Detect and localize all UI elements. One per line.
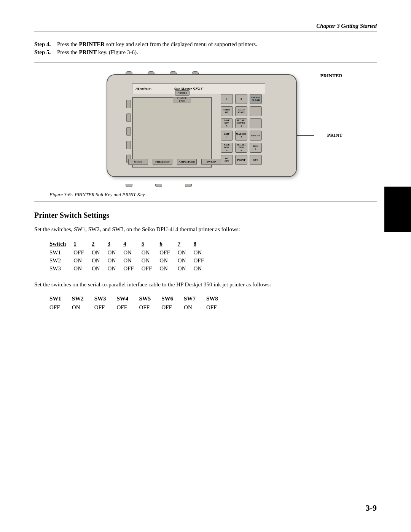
- step-5-label: Step 5.: [34, 49, 57, 56]
- key-print: PRINT: [235, 155, 247, 165]
- table-cell: OFF: [159, 249, 178, 257]
- annotation-print-label: PRINT: [327, 132, 342, 138]
- table-cell: ON: [92, 249, 108, 257]
- page-number: 3-9: [366, 503, 377, 513]
- table-cell: ON: [92, 265, 108, 273]
- sw-col-sw2: SW2: [72, 295, 94, 304]
- sw-col-sw5: SW5: [139, 295, 161, 304]
- key-escape-clear: ESCAPECLEAR: [250, 94, 262, 104]
- step-4-text: Press the PRINTER soft key and select fr…: [57, 41, 377, 48]
- table-cell: ON: [72, 304, 94, 312]
- step-5: Step 5. Press the PRINT key. (Figure 3-6…: [34, 49, 377, 56]
- sw-col-sw8: SW8: [206, 295, 229, 304]
- connector-1: [126, 184, 132, 187]
- key-save-disp-9: SAVEDISP.9: [221, 143, 233, 153]
- col-header-4: 4: [123, 240, 142, 249]
- key-auto-scale: AUTOSCALE: [235, 106, 247, 116]
- keypad-row-1: 1 2 ESCAPECLEAR: [221, 94, 297, 104]
- col-header-8: 8: [193, 240, 212, 249]
- table-cell: ON: [184, 304, 206, 312]
- page: Chapter 3 Getting Started Step 4. Press …: [0, 0, 411, 532]
- soft-key-1: [126, 100, 131, 108]
- table-cell: ON: [108, 265, 124, 273]
- change-date-key: CHANGEDATE: [173, 97, 191, 102]
- section-heading: Printer Switch Settings: [34, 211, 377, 220]
- table-cell: OFF: [123, 265, 142, 273]
- table-cell: ON: [159, 257, 178, 265]
- fn-key-sweep: SWEEP: [201, 159, 221, 165]
- col-header-3: 3: [108, 240, 124, 249]
- table-cell: ON: [92, 257, 108, 265]
- keypad-row-2: S HRTON AUTOSCALE: [221, 106, 297, 116]
- key-save-setup-5: SAVESET.5: [221, 118, 233, 128]
- figure-container: PRINTER PRINT /Anritsu□: [34, 62, 377, 202]
- keypad-row-5: SAVEDISP.9 RECALLDISP.0 RUN1: [221, 143, 297, 153]
- fn-key-mode: MODE: [128, 159, 148, 165]
- table-cell: OFF: [73, 249, 92, 257]
- table-cell: ON: [73, 265, 92, 273]
- device-body: /Anritsu□ Site Master S251C PRINTER CHAN…: [107, 74, 297, 177]
- page-header: Chapter 3 Getting Started: [34, 23, 377, 32]
- key-run-1: RUN1: [250, 143, 262, 153]
- keypad-row-3: SAVESET.5 RECALLSET-UP6: [221, 118, 297, 128]
- table-row: OFFONOFFOFFOFFOFFONOFF: [49, 304, 229, 312]
- key-empty-r2: [250, 106, 262, 116]
- sw-table-body: OFFONOFFOFFOFFOFFONOFF: [49, 304, 229, 312]
- table-cell: ON: [73, 257, 92, 265]
- table-cell: ON: [108, 249, 124, 257]
- keypad-area: 1 2 ESCAPECLEAR S HRTON AUTOSCALE SAV: [221, 94, 297, 167]
- anritsu-logo: /Anritsu□: [135, 86, 151, 91]
- switch-table-header-row: Switch 1 2 3 4 5 6 7 8: [49, 240, 212, 249]
- col-header-1: 1: [73, 240, 92, 249]
- fn-key-freq-dist: FREQ/DIST: [153, 159, 172, 165]
- connector-2: [155, 184, 162, 187]
- table-cell: SW3: [49, 265, 73, 273]
- soft-key-4: [126, 141, 131, 149]
- table-cell: OFF: [139, 304, 161, 312]
- table-cell: ON: [123, 257, 142, 265]
- connector-row: [126, 184, 192, 187]
- sw-table-hp: SW1 SW2 SW3 SW4 SW5 SW6 SW7 SW8 OFFONOFF…: [49, 295, 229, 312]
- table-cell: ON: [123, 249, 142, 257]
- key-recall-setup-6: RECALLSET-UP6: [235, 118, 247, 128]
- key-s-hrt: S HRTON: [221, 106, 233, 116]
- table-cell: ON: [193, 265, 212, 273]
- table-cell: OFF: [117, 304, 139, 312]
- col-header-6: 6: [159, 240, 178, 249]
- steps-section: Step 4. Press the PRINTER soft key and s…: [34, 41, 377, 56]
- device-screen: [132, 97, 212, 168]
- key-1: 1: [221, 94, 233, 104]
- table-cell: ON: [142, 257, 160, 265]
- table-cell: ON: [178, 257, 194, 265]
- figure-inner: PRINTER PRINT /Anritsu□: [34, 70, 377, 189]
- sw-col-sw6: SW6: [161, 295, 184, 304]
- table-cell: OFF: [94, 304, 117, 312]
- col-header-switch: Switch: [49, 240, 73, 249]
- col-header-2: 2: [92, 240, 108, 249]
- key-2: 2: [235, 94, 247, 104]
- table-cell: ON: [159, 265, 178, 273]
- sw-col-sw1: SW1: [49, 295, 72, 304]
- step-5-text: Press the PRINT key. (Figure 3-6).: [57, 49, 377, 56]
- sw-col-sw3: SW3: [94, 295, 117, 304]
- key-sys: SYS: [250, 155, 262, 165]
- col-header-7: 7: [178, 240, 194, 249]
- sw-table-header-row: SW1 SW2 SW3 SW4 SW5 SW6 SW7 SW8: [49, 295, 229, 304]
- table-cell: SW1: [49, 249, 73, 257]
- anritsu-header-bar: /Anritsu□ Site Master S251C: [132, 83, 265, 94]
- table-cell: OFF: [142, 265, 160, 273]
- table-row: SW2ONONONONONONONOFF: [49, 257, 212, 265]
- chapter-title: Chapter 3 Getting Started: [316, 23, 377, 29]
- soft-keys-left: [126, 100, 131, 163]
- soft-key-2: [126, 113, 131, 122]
- annotation-printer-label: PRINTER: [320, 73, 342, 79]
- table-row: SW1OFFONONONONOFFONON: [49, 249, 212, 257]
- table-cell: ON: [108, 257, 124, 265]
- key-lmt-7: LMT7: [221, 131, 233, 141]
- key-empty-r3: [250, 118, 262, 128]
- device-illustration: /Anritsu□ Site Master S251C PRINTER CHAN…: [95, 70, 316, 189]
- key-enter: ENTER: [250, 131, 262, 141]
- serial-text: Set the switches on the serial-to-parall…: [34, 280, 377, 289]
- keypad-row-4: LMT7 MARKER8 ENTER: [221, 131, 297, 141]
- table-cell: ON: [142, 249, 160, 257]
